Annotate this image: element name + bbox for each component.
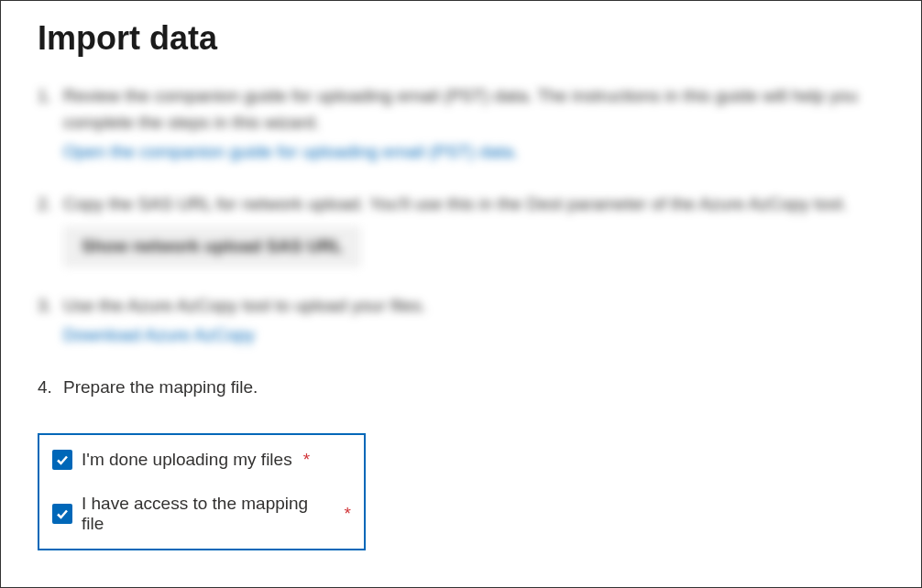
- confirmation-checkbox-group: I'm done uploading my files * I have acc…: [38, 433, 366, 550]
- step-2: Copy the SAS URL for network upload. You…: [38, 191, 884, 267]
- step-4: Prepare the mapping file.: [38, 375, 884, 401]
- import-data-panel: Import data Review the companion guide f…: [0, 0, 922, 588]
- show-sas-url-button[interactable]: Show network upload SAS URL: [63, 226, 361, 267]
- page-title: Import data: [38, 19, 884, 58]
- access-mapping-row[interactable]: I have access to the mapping file *: [52, 494, 351, 534]
- step-4-text: Prepare the mapping file.: [63, 375, 884, 401]
- checkmark-icon: [55, 452, 70, 467]
- access-mapping-label: I have access to the mapping file: [82, 494, 334, 534]
- required-indicator: *: [303, 450, 310, 470]
- access-mapping-checkbox[interactable]: [52, 504, 72, 524]
- steps-list: Review the companion guide for uploading…: [38, 83, 884, 400]
- step-1-text: Review the companion guide for uploading…: [63, 83, 884, 136]
- done-uploading-checkbox[interactable]: [52, 450, 72, 470]
- required-indicator: *: [345, 504, 351, 524]
- checkmark-icon: [55, 506, 70, 521]
- step-3: Use the Azure AzCopy tool to upload your…: [38, 293, 884, 349]
- step-2-text: Copy the SAS URL for network upload. You…: [63, 191, 884, 218]
- done-uploading-label: I'm done uploading my files: [82, 450, 292, 470]
- step-3-text: Use the Azure AzCopy tool to upload your…: [63, 293, 884, 320]
- step-1: Review the companion guide for uploading…: [38, 83, 884, 166]
- done-uploading-row[interactable]: I'm done uploading my files *: [52, 450, 351, 470]
- companion-guide-link[interactable]: Open the companion guide for uploading e…: [63, 139, 518, 166]
- download-azcopy-link[interactable]: Download Azure AzCopy: [63, 322, 255, 349]
